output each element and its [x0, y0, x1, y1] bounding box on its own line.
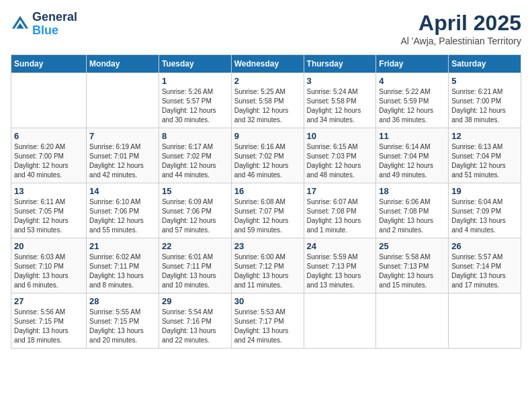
day-info: Sunrise: 5:57 AM Sunset: 7:14 PM Dayligh… — [451, 253, 518, 290]
calendar-cell: 27Sunrise: 5:56 AM Sunset: 7:15 PM Dayli… — [11, 293, 87, 349]
day-number: 1 — [162, 76, 228, 86]
day-number: 9 — [234, 131, 301, 141]
calendar-cell: 2Sunrise: 5:25 AM Sunset: 5:58 PM Daylig… — [231, 73, 304, 128]
day-info: Sunrise: 6:09 AM Sunset: 7:06 PM Dayligh… — [162, 197, 228, 235]
day-number: 10 — [307, 131, 373, 141]
day-info: Sunrise: 6:16 AM Sunset: 7:02 PM Dayligh… — [234, 142, 301, 180]
col-header-friday: Friday — [376, 55, 449, 73]
day-number: 18 — [379, 186, 445, 196]
calendar-cell: 29Sunrise: 5:54 AM Sunset: 7:16 PM Dayli… — [159, 293, 231, 349]
main-title: April 2025 — [400, 11, 521, 36]
day-info: Sunrise: 6:14 AM Sunset: 7:04 PM Dayligh… — [379, 142, 445, 180]
day-info: Sunrise: 6:00 AM Sunset: 7:12 PM Dayligh… — [234, 253, 301, 290]
calendar-cell: 3Sunrise: 5:24 AM Sunset: 5:58 PM Daylig… — [304, 73, 376, 128]
calendar-cell: 22Sunrise: 6:01 AM Sunset: 7:11 PM Dayli… — [159, 238, 231, 293]
calendar-cell — [449, 293, 521, 349]
day-info: Sunrise: 5:54 AM Sunset: 7:16 PM Dayligh… — [162, 308, 228, 345]
day-info: Sunrise: 6:17 AM Sunset: 7:02 PM Dayligh… — [162, 142, 228, 180]
col-header-monday: Monday — [87, 55, 159, 73]
day-info: Sunrise: 6:01 AM Sunset: 7:11 PM Dayligh… — [162, 253, 228, 290]
calendar-header-row: SundayMondayTuesdayWednesdayThursdayFrid… — [11, 55, 521, 73]
sub-title: Al 'Awja, Palestinian Territory — [400, 36, 521, 46]
calendar-cell — [376, 293, 449, 349]
calendar-cell: 17Sunrise: 6:07 AM Sunset: 7:08 PM Dayli… — [304, 183, 376, 238]
day-info: Sunrise: 6:07 AM Sunset: 7:08 PM Dayligh… — [307, 197, 373, 235]
calendar-cell: 23Sunrise: 6:00 AM Sunset: 7:12 PM Dayli… — [231, 238, 304, 293]
day-number: 13 — [14, 186, 83, 196]
calendar-cell: 25Sunrise: 5:58 AM Sunset: 7:13 PM Dayli… — [376, 238, 449, 293]
day-number: 24 — [307, 241, 373, 251]
logo: General Blue — [11, 11, 77, 38]
day-number: 5 — [451, 76, 518, 86]
title-area: April 2025 Al 'Awja, Palestinian Territo… — [400, 11, 521, 46]
day-number: 19 — [451, 186, 518, 196]
day-info: Sunrise: 6:02 AM Sunset: 7:11 PM Dayligh… — [89, 253, 156, 290]
day-number: 15 — [162, 186, 228, 196]
day-number: 3 — [307, 76, 373, 86]
day-info: Sunrise: 6:20 AM Sunset: 7:00 PM Dayligh… — [14, 142, 83, 180]
col-header-sunday: Sunday — [11, 55, 87, 73]
calendar-cell: 7Sunrise: 6:19 AM Sunset: 7:01 PM Daylig… — [87, 128, 159, 183]
day-info: Sunrise: 5:56 AM Sunset: 7:15 PM Dayligh… — [14, 308, 83, 345]
calendar-cell: 26Sunrise: 5:57 AM Sunset: 7:14 PM Dayli… — [449, 238, 521, 293]
calendar-cell: 4Sunrise: 5:22 AM Sunset: 5:59 PM Daylig… — [376, 73, 449, 128]
calendar-cell: 13Sunrise: 6:11 AM Sunset: 7:05 PM Dayli… — [11, 183, 87, 238]
calendar-cell: 21Sunrise: 6:02 AM Sunset: 7:11 PM Dayli… — [87, 238, 159, 293]
calendar-cell — [87, 73, 159, 128]
day-info: Sunrise: 5:25 AM Sunset: 5:58 PM Dayligh… — [234, 87, 301, 125]
day-number: 12 — [451, 131, 518, 141]
calendar-cell: 11Sunrise: 6:14 AM Sunset: 7:04 PM Dayli… — [376, 128, 449, 183]
calendar-cell: 28Sunrise: 5:55 AM Sunset: 7:15 PM Dayli… — [87, 293, 159, 349]
day-info: Sunrise: 6:21 AM Sunset: 7:00 PM Dayligh… — [451, 87, 518, 125]
calendar-week-3: 13Sunrise: 6:11 AM Sunset: 7:05 PM Dayli… — [11, 183, 521, 238]
day-number: 2 — [234, 76, 301, 86]
day-info: Sunrise: 6:10 AM Sunset: 7:06 PM Dayligh… — [89, 197, 156, 235]
calendar-week-2: 6Sunrise: 6:20 AM Sunset: 7:00 PM Daylig… — [11, 128, 521, 183]
calendar-cell: 19Sunrise: 6:04 AM Sunset: 7:09 PM Dayli… — [449, 183, 521, 238]
day-info: Sunrise: 5:53 AM Sunset: 7:17 PM Dayligh… — [234, 308, 301, 345]
day-info: Sunrise: 6:04 AM Sunset: 7:09 PM Dayligh… — [451, 197, 518, 235]
day-info: Sunrise: 5:55 AM Sunset: 7:15 PM Dayligh… — [89, 308, 156, 345]
logo-text: General Blue — [32, 11, 77, 38]
day-number: 14 — [89, 186, 156, 196]
day-info: Sunrise: 5:26 AM Sunset: 5:57 PM Dayligh… — [162, 87, 228, 125]
day-info: Sunrise: 5:58 AM Sunset: 7:13 PM Dayligh… — [379, 253, 445, 290]
day-info: Sunrise: 6:11 AM Sunset: 7:05 PM Dayligh… — [14, 197, 83, 235]
calendar-cell: 1Sunrise: 5:26 AM Sunset: 5:57 PM Daylig… — [159, 73, 231, 128]
calendar-cell: 12Sunrise: 6:13 AM Sunset: 7:04 PM Dayli… — [449, 128, 521, 183]
day-number: 28 — [89, 296, 156, 306]
calendar-cell: 24Sunrise: 5:59 AM Sunset: 7:13 PM Dayli… — [304, 238, 376, 293]
day-number: 23 — [234, 241, 301, 251]
calendar-body: 1Sunrise: 5:26 AM Sunset: 5:57 PM Daylig… — [11, 73, 521, 349]
day-number: 30 — [234, 296, 301, 306]
calendar-cell: 20Sunrise: 6:03 AM Sunset: 7:10 PM Dayli… — [11, 238, 87, 293]
calendar-cell: 16Sunrise: 6:08 AM Sunset: 7:07 PM Dayli… — [231, 183, 304, 238]
day-info: Sunrise: 5:24 AM Sunset: 5:58 PM Dayligh… — [307, 87, 373, 125]
calendar-cell: 8Sunrise: 6:17 AM Sunset: 7:02 PM Daylig… — [159, 128, 231, 183]
calendar-cell — [11, 73, 87, 128]
day-info: Sunrise: 6:15 AM Sunset: 7:03 PM Dayligh… — [307, 142, 373, 180]
day-number: 16 — [234, 186, 301, 196]
day-number: 17 — [307, 186, 373, 196]
col-header-thursday: Thursday — [304, 55, 376, 73]
day-number: 20 — [14, 241, 83, 251]
col-header-saturday: Saturday — [449, 55, 521, 73]
day-info: Sunrise: 6:06 AM Sunset: 7:08 PM Dayligh… — [379, 197, 445, 235]
calendar-table: SundayMondayTuesdayWednesdayThursdayFrid… — [11, 54, 521, 349]
calendar-cell: 5Sunrise: 6:21 AM Sunset: 7:00 PM Daylig… — [449, 73, 521, 128]
day-info: Sunrise: 5:22 AM Sunset: 5:59 PM Dayligh… — [379, 87, 445, 125]
day-info: Sunrise: 6:08 AM Sunset: 7:07 PM Dayligh… — [234, 197, 301, 235]
day-info: Sunrise: 6:19 AM Sunset: 7:01 PM Dayligh… — [89, 142, 156, 180]
day-info: Sunrise: 6:03 AM Sunset: 7:10 PM Dayligh… — [14, 253, 83, 290]
calendar-cell: 15Sunrise: 6:09 AM Sunset: 7:06 PM Dayli… — [159, 183, 231, 238]
day-info: Sunrise: 6:13 AM Sunset: 7:04 PM Dayligh… — [451, 142, 518, 180]
calendar-cell: 10Sunrise: 6:15 AM Sunset: 7:03 PM Dayli… — [304, 128, 376, 183]
day-number: 21 — [89, 241, 156, 251]
calendar-week-1: 1Sunrise: 5:26 AM Sunset: 5:57 PM Daylig… — [11, 73, 521, 128]
day-number: 8 — [162, 131, 228, 141]
calendar-cell: 14Sunrise: 6:10 AM Sunset: 7:06 PM Dayli… — [87, 183, 159, 238]
calendar-cell: 30Sunrise: 5:53 AM Sunset: 7:17 PM Dayli… — [231, 293, 304, 349]
calendar-cell — [304, 293, 376, 349]
day-number: 26 — [451, 241, 518, 251]
day-number: 11 — [379, 131, 445, 141]
